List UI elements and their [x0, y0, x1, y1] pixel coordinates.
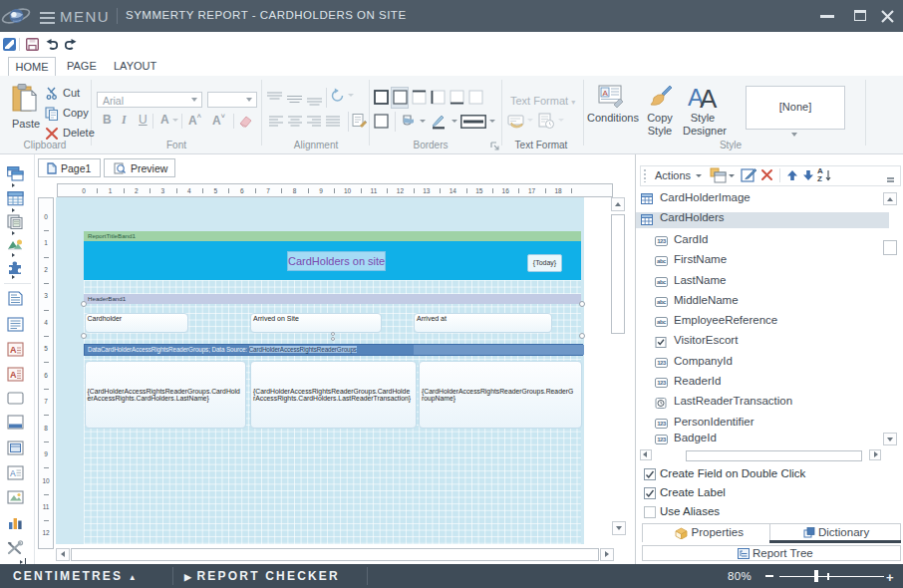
- svg-text:A: A: [700, 84, 718, 110]
- svg-text:A: A: [10, 370, 17, 380]
- svg-text:A: A: [10, 468, 16, 478]
- svg-text:A: A: [10, 345, 17, 355]
- svg-text:A: A: [603, 89, 609, 98]
